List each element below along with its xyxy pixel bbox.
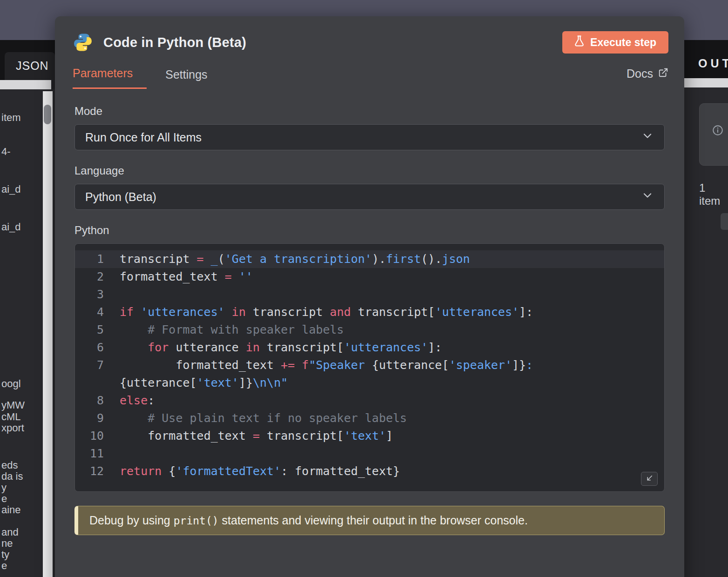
left-panel-text-fragment: da is [1, 470, 23, 483]
code-line-12[interactable]: 12return {'formattedText': formatted_tex… [75, 463, 664, 480]
output-side-button[interactable] [721, 213, 728, 230]
execute-step-label: Execute step [590, 36, 656, 49]
mode-select[interactable]: Run Once for All Items [74, 124, 665, 150]
code-line-4[interactable]: 4if 'utterances' in transcript and trans… [75, 303, 664, 321]
left-panel-text-fragment: ai_d [1, 221, 21, 233]
output-run-card [699, 103, 728, 166]
modal-tabs: Parameters Settings Docs [55, 54, 684, 89]
line-content: formatted_text = transcript['text'] [104, 427, 664, 445]
line-content: for utterance in transcript['utterances'… [104, 339, 664, 356]
hint-code: print() [174, 515, 219, 527]
left-panel-text-fragment: ne [1, 537, 13, 550]
code-lines: 1transcript = _('Get a transcription').f… [75, 250, 664, 480]
input-panel-scroll-track[interactable] [43, 91, 53, 577]
tab-parameters[interactable]: Parameters [73, 60, 147, 89]
line-content: transcript = _('Get a transcription').fi… [104, 250, 664, 268]
left-panel-text-fragment: cML [1, 411, 21, 423]
output-item-count: 1 item [699, 181, 728, 208]
line-number: 5 [75, 321, 104, 339]
language-select[interactable]: Python (Beta) [74, 184, 665, 210]
left-panel-text-fragment: xport [1, 422, 24, 434]
code-line-2[interactable]: 2formatted_text = '' [75, 268, 664, 286]
info-icon[interactable] [712, 124, 724, 138]
left-panel-text-fragment: 4- [1, 146, 11, 158]
code-line-6[interactable]: 6 for utterance in transcript['utterance… [75, 339, 664, 356]
flask-icon [574, 35, 584, 49]
code-line-3[interactable]: 3 [75, 286, 664, 303]
line-number: 12 [75, 463, 104, 480]
debug-hint-callout: Debug by using print() statements and vi… [74, 506, 665, 535]
line-content: # Format with speaker labels [104, 321, 664, 339]
hint-text-before: Debug by using [89, 514, 174, 527]
code-line-7[interactable]: 7 formatted_text += f"Speaker {utterance… [75, 356, 664, 392]
line-content: if 'utterances' in transcript and transc… [104, 303, 664, 321]
line-number: 3 [75, 286, 104, 303]
line-content: formatted_text = '' [104, 268, 664, 286]
line-number: 7 [75, 356, 104, 392]
line-content: else: [104, 392, 664, 409]
left-panel-text-fragment: item [1, 112, 21, 124]
line-number: 6 [75, 339, 104, 356]
left-panel-text-fragment: e [1, 493, 7, 505]
left-panel-text-fragment: yMW [1, 399, 25, 411]
left-panel-text-fragment: e [1, 560, 7, 572]
chevron-down-icon [641, 129, 654, 145]
external-link-icon [658, 67, 668, 81]
left-panel-text-fragment: ty [1, 549, 9, 561]
left-panel-text-fragment: aine [1, 504, 21, 516]
output-panel-header-strip [684, 78, 728, 87]
chevron-down-icon [641, 189, 654, 205]
node-title: Code in Python (Beta) [103, 35, 246, 50]
left-panel-text-fragment: eds [1, 459, 18, 471]
line-number: 8 [75, 392, 104, 409]
left-panel-text-fragment: and [1, 526, 19, 538]
parameters-panel: Mode Run Once for All Items Language Pyt… [55, 89, 684, 535]
language-select-value: Python (Beta) [85, 190, 156, 204]
modal-header: Code in Python (Beta) Execute step [55, 16, 684, 54]
docs-link[interactable]: Docs [627, 67, 668, 89]
code-line-5[interactable]: 5 # Format with speaker labels [75, 321, 664, 339]
left-panel-text-fragment: y [1, 482, 7, 494]
code-field-label: Python [74, 224, 665, 237]
line-content: formatted_text += f"Speaker {utterance['… [104, 356, 664, 392]
code-line-11[interactable]: 11 [75, 445, 664, 463]
json-tab-label[interactable]: JSON [16, 59, 49, 73]
line-content: return {'formattedText': formatted_text} [104, 463, 664, 480]
input-panel-header-strip [0, 80, 51, 89]
python-logo-icon [73, 32, 93, 53]
line-number: 9 [75, 409, 104, 427]
code-line-10[interactable]: 10 formatted_text = transcript['text'] [75, 427, 664, 445]
line-content: # Use plain text if no speaker labels [104, 409, 664, 427]
output-panel-title: OUT [698, 57, 728, 70]
node-settings-modal: Code in Python (Beta) Execute step Param… [55, 16, 684, 577]
line-number: 1 [75, 250, 104, 268]
line-number: 4 [75, 303, 104, 321]
left-panel-text-fragment: ai_d [1, 183, 21, 195]
language-label: Language [74, 164, 665, 177]
mode-select-value: Run Once for All Items [85, 131, 202, 144]
input-panel-scroll-thumb[interactable] [44, 105, 51, 124]
line-number: 2 [75, 268, 104, 286]
code-line-9[interactable]: 9 # Use plain text if no speaker labels [75, 409, 664, 427]
docs-link-label: Docs [627, 67, 653, 81]
editor-expand-button[interactable] [641, 472, 658, 486]
tab-settings[interactable]: Settings [165, 61, 221, 89]
hint-text-after: statements and viewing their output in t… [219, 514, 528, 527]
left-panel-text-fragment: oogl [1, 378, 21, 390]
python-code-editor[interactable]: 1transcript = _('Get a transcription').f… [74, 243, 665, 492]
line-content [104, 286, 664, 303]
execute-step-button[interactable]: Execute step [562, 31, 668, 54]
code-line-8[interactable]: 8else: [75, 392, 664, 409]
line-number: 11 [75, 445, 104, 463]
code-line-1[interactable]: 1transcript = _('Get a transcription').f… [75, 250, 664, 268]
line-number: 10 [75, 427, 104, 445]
line-content [104, 445, 664, 463]
expand-icon [645, 470, 654, 488]
mode-label: Mode [74, 105, 665, 118]
